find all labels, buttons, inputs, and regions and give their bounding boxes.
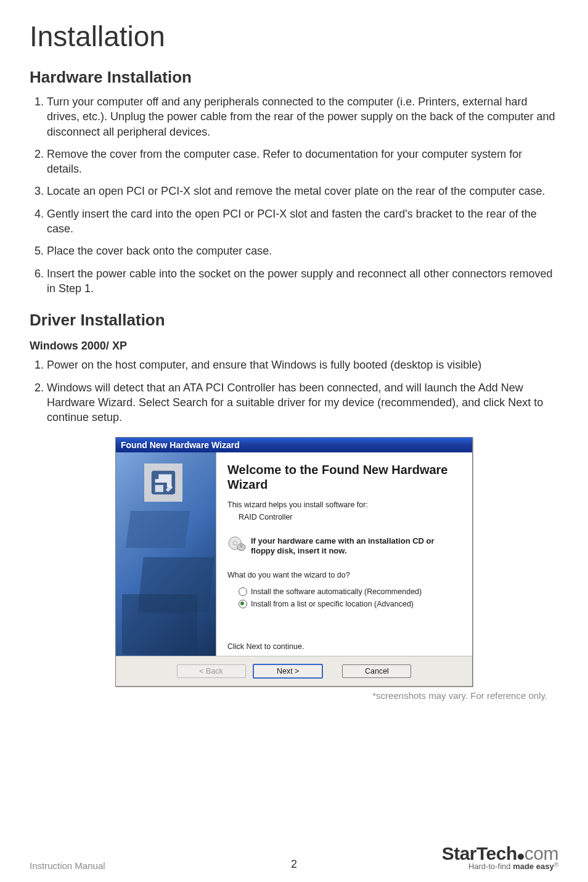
wizard-device-name: RAID Controller — [239, 513, 460, 521]
svg-rect-4 — [240, 545, 243, 548]
list-item: Locate an open PCI or PCI-X slot and rem… — [47, 184, 558, 198]
section-driver-title: Driver Installation — [30, 311, 558, 330]
list-item: Insert the power cable into the socket o… — [47, 266, 558, 296]
wizard-click-next: Click Next to continue. — [227, 642, 304, 651]
wizard-titlebar: Found New Hardware Wizard — [116, 438, 472, 452]
logo-main: StarTech — [442, 843, 517, 864]
back-button: < Back — [177, 664, 246, 678]
wizard-option-label: Install from a list or specific location… — [251, 600, 414, 608]
list-item: Gently insert the card into the open PCI… — [47, 206, 558, 237]
list-item: Power on the host computer, and ensure t… — [47, 357, 558, 372]
cancel-button[interactable]: Cancel — [342, 664, 411, 678]
logo-dot-icon — [518, 854, 524, 860]
logo-suffix: com — [525, 843, 558, 864]
wizard-option-auto[interactable]: Install the software automatically (Reco… — [239, 586, 460, 598]
os-subheading: Windows 2000/ XP — [30, 340, 558, 353]
screenshot-note: *screenshots may vary. For reference onl… — [30, 690, 547, 701]
list-item: Windows will detect that an ATA PCI Cont… — [47, 380, 558, 425]
list-item: Remove the cover from the computer case.… — [47, 147, 558, 177]
startech-logo: StarTechcom — [442, 845, 558, 862]
next-button[interactable]: Next > — [253, 664, 323, 679]
list-item: Turn your computer off and any periphera… — [47, 94, 558, 139]
wizard-info-text: If your hardware came with an installati… — [251, 536, 460, 555]
wizard-question: What do you want the wizard to do? — [227, 571, 460, 579]
svg-point-2 — [233, 542, 237, 545]
wizard-heading: Welcome to the Found New Hardware Wizard — [227, 462, 460, 492]
wizard-subtext: This wizard helps you install software f… — [227, 500, 460, 509]
driver-steps-list: Power on the host computer, and ensure t… — [30, 357, 558, 425]
wizard-sidebar-graphic — [116, 452, 216, 656]
wizard-option-list[interactable]: Install from a list or specific location… — [239, 598, 460, 610]
device-icon — [144, 463, 182, 502]
hardware-steps-list: Turn your computer off and any periphera… — [30, 94, 558, 296]
radio-unselected-icon — [239, 587, 247, 596]
page-title: Installation — [30, 20, 558, 53]
wizard-option-label: Install the software automatically (Reco… — [251, 587, 422, 596]
found-new-hardware-wizard: Found New Hardware Wizard Welcome to the… — [115, 437, 473, 687]
radio-selected-icon — [239, 600, 247, 608]
list-item: Place the cover back onto the computer c… — [47, 243, 558, 258]
wizard-button-bar: < Back Next > Cancel — [116, 656, 472, 686]
section-hardware-title: Hardware Installation — [30, 68, 558, 87]
cd-icon — [227, 536, 246, 551]
